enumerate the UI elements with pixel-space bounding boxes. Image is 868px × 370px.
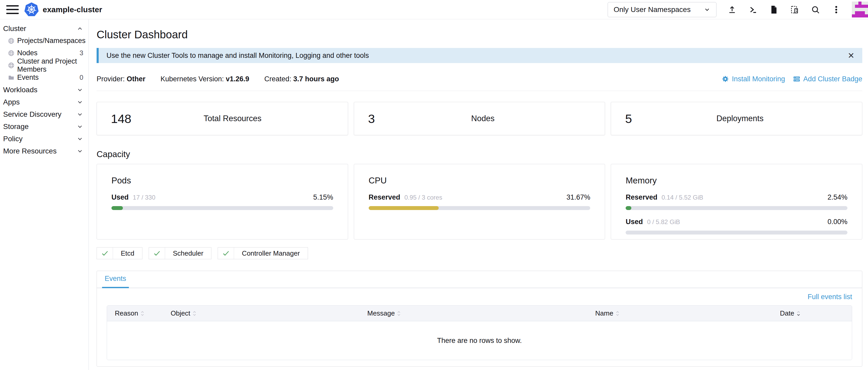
- chevron-down-icon: [76, 99, 83, 106]
- kubernetes-logo-icon: [24, 2, 39, 17]
- chevron-down-icon: [76, 111, 83, 118]
- namespace-filter-value: Only User Namespaces: [614, 5, 691, 14]
- column-header-name[interactable]: Name: [587, 309, 772, 317]
- globe-icon: [8, 50, 14, 57]
- avatar-cell: [862, 5, 865, 8]
- stat-value: 3: [368, 112, 375, 126]
- main-content: Cluster Dashboard Use the new Cluster To…: [89, 19, 868, 370]
- meter-label: Used: [112, 193, 129, 201]
- column-label: Name: [595, 309, 613, 317]
- sidebar-item-cluster-and-project-members[interactable]: Cluster and Project Members: [0, 59, 89, 72]
- sidebar-group-workloads[interactable]: Workloads: [0, 84, 89, 96]
- meter-label: Used: [626, 218, 643, 226]
- sort-icon: [797, 310, 801, 317]
- column-header-reason[interactable]: Reason: [107, 309, 163, 317]
- capacity-card-title: CPU: [369, 176, 590, 186]
- stat-card-nodes[interactable]: 3Nodes: [354, 102, 605, 135]
- meter-memory-reserved: Reserved0.14 / 5.52 GiB2.54%: [626, 193, 847, 201]
- column-header-date[interactable]: Date: [772, 309, 852, 317]
- download-kubeconfig-icon[interactable]: [769, 5, 778, 14]
- events-panel-body: Full events list ReasonObjectMessageName…: [97, 292, 862, 360]
- stat-card-deployments[interactable]: 5Deployments: [611, 102, 862, 135]
- sidebar-group-apps[interactable]: Apps: [0, 96, 89, 108]
- meter-bar: [369, 206, 590, 210]
- empty-table-message: There are no rows to show.: [437, 337, 522, 345]
- column-header-message[interactable]: Message: [360, 309, 587, 317]
- sidebar-group-label: Storage: [3, 122, 29, 131]
- tab-events[interactable]: Events: [102, 275, 129, 288]
- action-add-cluster-badge[interactable]: Add Cluster Badge: [793, 75, 862, 83]
- sort-icon: [192, 310, 196, 317]
- stat-card-total-resources[interactable]: 148Total Resources: [97, 102, 348, 135]
- stat-cards: 148Total Resources3Nodes5Deployments: [97, 102, 862, 135]
- check-icon: [149, 248, 165, 259]
- chevron-down-icon: [76, 148, 83, 154]
- badge-icon: [793, 75, 801, 83]
- import-yaml-icon[interactable]: [727, 5, 737, 14]
- events-table-body: There are no rows to show.: [107, 321, 852, 360]
- close-icon[interactable]: ✕: [848, 51, 855, 60]
- search-icon[interactable]: [811, 5, 820, 14]
- meter-pods-used: Used17 / 3305.15%: [112, 193, 333, 201]
- avatar-cell: [865, 11, 868, 14]
- column-header-object[interactable]: Object: [163, 309, 360, 317]
- user-avatar[interactable]: [852, 2, 868, 18]
- sidebar-group-service-discovery[interactable]: Service Discovery: [0, 108, 89, 120]
- glance-label: Kubernetes Version:: [161, 75, 226, 83]
- stat-value: 5: [625, 112, 632, 126]
- meter-label: Reserved: [626, 193, 657, 201]
- meter-detail: 0 / 5.82 GiB: [647, 218, 680, 226]
- action-label: Install Monitoring: [732, 75, 785, 83]
- capacity-card-title: Memory: [626, 176, 847, 186]
- meter-detail: 17 / 330: [133, 194, 155, 201]
- divider: [97, 91, 862, 91]
- sidebar-group-more-resources[interactable]: More Resources: [0, 145, 89, 157]
- namespace-filter-dropdown[interactable]: Only User Namespaces: [608, 2, 716, 17]
- check-icon: [218, 248, 234, 259]
- sidebar-group-label: Workloads: [3, 86, 37, 94]
- sidebar-group-policy[interactable]: Policy: [0, 133, 89, 145]
- avatar-cell: [852, 2, 855, 5]
- glance-item-created: Created: 3.7 hours ago: [264, 75, 339, 83]
- gear-icon: [721, 75, 729, 83]
- sidebar-item-label: Projects/Namespaces: [17, 37, 86, 45]
- avatar-cell: [858, 5, 862, 8]
- kubectl-shell-icon[interactable]: [748, 5, 757, 14]
- globe-icon: [8, 62, 14, 69]
- header-right: Only User Namespaces: [608, 2, 868, 18]
- avatar-cell: [858, 14, 862, 18]
- sidebar-group-label: Policy: [3, 135, 23, 143]
- sidebar-group-cluster[interactable]: Cluster: [0, 22, 89, 35]
- sort-icon: [140, 310, 145, 317]
- sidebar-item-projects-namespaces[interactable]: Projects/Namespaces: [0, 35, 89, 47]
- capacity-card-cpu: CPUReserved0.95 / 3 cores31.67%: [354, 164, 605, 239]
- capacity-heading: Capacity: [97, 149, 862, 159]
- status-badge-label: Etcd: [113, 248, 142, 259]
- glance-value: Other: [127, 75, 146, 83]
- meter-percent: 2.54%: [827, 193, 847, 201]
- avatar-cell: [855, 14, 858, 18]
- hamburger-bar: [6, 9, 19, 10]
- avatar-cell: [865, 8, 868, 11]
- meter-detail: 0.95 / 3 cores: [404, 194, 442, 201]
- meter-memory-used: Used0 / 5.82 GiB0.00%: [626, 218, 847, 226]
- cluster-name: example-cluster: [43, 5, 102, 14]
- capacity-card-title: Pods: [112, 176, 333, 186]
- full-events-list-link[interactable]: Full events list: [808, 293, 852, 301]
- action-install-monitoring[interactable]: Install Monitoring: [721, 75, 785, 83]
- avatar-cell: [852, 14, 855, 18]
- glance-item-kubernetes-version: Kubernetes Version: v1.26.9: [161, 75, 249, 83]
- column-label: Reason: [115, 309, 138, 317]
- sort-icon: [616, 310, 620, 317]
- meter-bar: [626, 206, 847, 210]
- avatar-cell: [852, 8, 855, 11]
- chevron-down-icon: [704, 6, 711, 13]
- glance-label: Provider:: [97, 75, 127, 83]
- copy-kubeconfig-icon[interactable]: [790, 5, 799, 14]
- avatar-cell: [862, 8, 865, 11]
- hamburger-menu-button[interactable]: [6, 5, 19, 14]
- chevron-down-icon: [76, 86, 83, 93]
- meter-bar-fill: [369, 206, 439, 210]
- kebab-menu-icon[interactable]: [832, 5, 841, 14]
- sidebar-group-storage[interactable]: Storage: [0, 120, 89, 133]
